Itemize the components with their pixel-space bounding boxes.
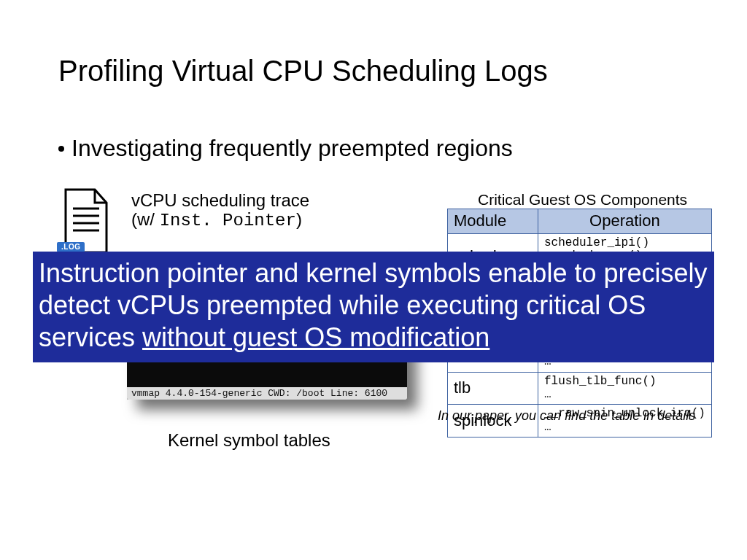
cell-module: tlb [448, 372, 538, 405]
bullet-text: Investigating frequently preempted regio… [71, 135, 513, 162]
table-header-row: Module Operation [448, 209, 712, 234]
slide-title: Profiling Virtual CPU Scheduling Logs [58, 55, 548, 88]
trace-label-line2-prefix: (w/ [131, 209, 160, 229]
cell-ops: flush_tlb_func()… [538, 372, 712, 405]
critical-components-title: Critical Guest OS Components [478, 191, 687, 209]
table-row: tlb flush_tlb_func()… [448, 372, 712, 405]
highlight-overlay: Instruction pointer and kernel symbols e… [33, 252, 714, 362]
th-operation: Operation [538, 209, 712, 234]
trace-label-line2-suffix: ) [296, 209, 302, 229]
trace-label-line1: vCPU scheduling trace [131, 190, 309, 210]
trace-label: vCPU scheduling trace (w/ Inst. Pointer) [131, 191, 309, 231]
th-module: Module [448, 209, 538, 234]
bullet-row: Investigating frequently preempted regio… [58, 135, 513, 162]
paper-note: In our paper, you can find the table in … [438, 408, 695, 424]
terminal-statusbar: vmmap 4.4.0-154-generic CWD: /boot Line:… [127, 387, 407, 400]
log-file-icon: .LOG [58, 188, 111, 255]
kernel-symbol-label: Kernel symbol tables [168, 430, 330, 451]
overlay-underlined-text: without guest OS modification [142, 322, 489, 352]
log-tag-badge: .LOG [57, 242, 85, 252]
trace-label-mono: Inst. Pointer [160, 211, 296, 230]
bullet-dot-icon [58, 146, 64, 152]
